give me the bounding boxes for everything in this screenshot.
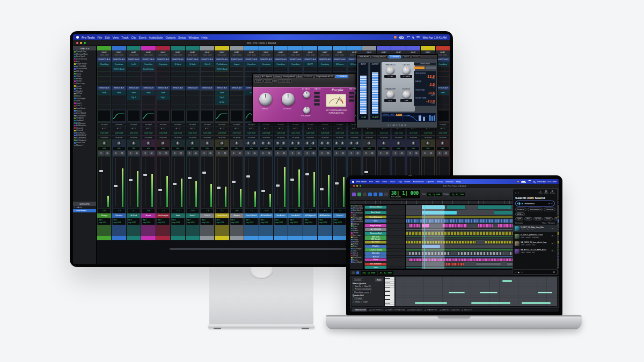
heat-post-button[interactable]	[119, 54, 123, 56]
output-path-selector[interactable]: A 1-2	[186, 127, 199, 131]
insert-slot[interactable]	[230, 77, 243, 81]
track-name-label[interactable]: A4MemKiss	[318, 213, 332, 218]
bypass-button[interactable]: BYPASS	[303, 75, 313, 78]
automation-mode-selector[interactable]: auto read	[392, 131, 405, 135]
menu-item-file[interactable]: File	[369, 180, 373, 183]
send-slot[interactable]	[171, 100, 184, 105]
solo-button[interactable]: S	[187, 151, 193, 156]
play-icon[interactable]: ▶	[518, 271, 519, 274]
mute-button[interactable]: M	[163, 151, 169, 156]
send-slot[interactable]	[142, 95, 155, 100]
insert-slot[interactable]	[333, 67, 346, 71]
fader-cap[interactable]	[335, 182, 339, 184]
send-slot[interactable]	[436, 105, 449, 109]
bottom-tab-elastic-audio[interactable]: ELASTIC AUDIO	[407, 309, 422, 311]
heat-post-button[interactable]	[296, 54, 300, 56]
insert-slot[interactable]: Overdrive	[436, 62, 449, 67]
insert-slot[interactable]: Import	[230, 62, 243, 67]
fader-area[interactable]	[142, 157, 154, 208]
insert-slot[interactable]	[98, 67, 111, 71]
insert-slot[interactable]	[215, 77, 228, 81]
insert-slot[interactable]	[157, 67, 170, 71]
tag-chip-bass[interactable]: bass	[524, 217, 532, 220]
group-assign-selector[interactable]: no group	[363, 136, 376, 139]
pan-knob[interactable]	[440, 141, 445, 146]
send-slot[interactable]: Dly 1	[127, 95, 140, 100]
menu-clock[interactable]: Wed Apr 1 8:41 AM	[422, 36, 447, 39]
solo-button[interactable]: S	[319, 151, 325, 156]
automation-mode-selector[interactable]: auto read	[436, 131, 449, 135]
swing-checkbox[interactable]: Swing	[355, 301, 360, 303]
group-assign-selector[interactable]: no group	[348, 136, 361, 139]
output-path-selector[interactable]: A 1-2	[289, 127, 302, 131]
mute-button[interactable]: M	[266, 151, 272, 156]
pan-knob[interactable]	[382, 141, 386, 146]
insert-slot[interactable]	[98, 72, 111, 76]
heat-pre-button[interactable]	[291, 54, 295, 56]
menu-item-clip[interactable]: Clip	[398, 180, 401, 183]
track-header-a1-piano[interactable]: A1 Piano	[364, 240, 405, 245]
nudge-value[interactable]: 0| 0| 240	[450, 193, 465, 196]
send-slot[interactable]	[171, 91, 184, 95]
menu-item-view[interactable]: View	[112, 36, 119, 39]
output-path-selector[interactable]: A 1-2	[318, 127, 331, 131]
operation-selector[interactable]: Quantize ▾	[353, 278, 363, 281]
library-tab[interactable]: ▤Library	[544, 190, 548, 194]
output-path-selector[interactable]: A 1-2	[245, 127, 258, 131]
menu-item-window[interactable]: Window	[188, 36, 199, 39]
menu-item-event[interactable]: Event	[405, 180, 411, 183]
track-header-beat-synth[interactable]: Beat Synth	[364, 210, 405, 216]
insert-slot[interactable]	[230, 82, 243, 86]
next-icon[interactable]: »	[521, 271, 522, 274]
input-path-selector[interactable]: no input	[142, 123, 155, 127]
insert-slot[interactable]	[304, 67, 317, 71]
track-name-label[interactable]: VocAisle2	[288, 213, 302, 218]
send-slot[interactable]	[186, 105, 199, 109]
send-slot[interactable]: Dly 1	[215, 95, 228, 100]
heat-post-button[interactable]	[134, 54, 138, 56]
bottom-tab-transport[interactable]: TRANSPORT	[425, 309, 437, 311]
fader-cap[interactable]	[143, 174, 147, 176]
heat-post-button[interactable]	[163, 54, 167, 56]
mixer-strip-verb-2[interactable]: HEATINSERTS A-ED-VerbSENDS A-Eno inputA …	[186, 46, 200, 240]
fader-cap[interactable]	[364, 171, 368, 173]
zoom-tool-button[interactable]	[363, 193, 367, 196]
solo-button[interactable]: S	[260, 151, 266, 156]
automation-mode-selector[interactable]: auto read	[112, 131, 125, 135]
menu-item-file[interactable]: File	[97, 36, 102, 39]
solo-button[interactable]: S	[157, 151, 163, 156]
tracks-panel-header[interactable]: TRACKS	[73, 46, 96, 50]
group-assign-selector[interactable]: no group	[377, 136, 390, 139]
compare-button[interactable]: COMPARE	[389, 55, 401, 58]
track-name-label[interactable]: Chorus1	[333, 213, 347, 218]
timeline-selection[interactable]	[422, 205, 444, 269]
track-name-chip[interactable]: Kick	[365, 219, 386, 222]
insert-slot[interactable]	[98, 82, 111, 86]
track-name-label[interactable]: Verb	[171, 213, 185, 218]
solo-button[interactable]: S	[98, 151, 104, 156]
groups-panel-header[interactable]: GROUPS	[73, 202, 96, 206]
insert-slot[interactable]	[274, 67, 287, 71]
heat-post-button[interactable]	[149, 54, 153, 56]
send-slot[interactable]	[201, 91, 214, 95]
pan-knob[interactable]	[275, 141, 280, 146]
back-button[interactable]: ‹	[515, 191, 516, 194]
mute-button[interactable]: M	[428, 151, 434, 156]
previous-icon[interactable]: «	[515, 271, 516, 274]
apple-logo-icon[interactable]	[76, 36, 79, 39]
fader-cap[interactable]	[202, 172, 206, 174]
fader-cap[interactable]	[129, 179, 133, 181]
result-tag[interactable]: female	[526, 252, 531, 253]
ratio-button[interactable]	[314, 99, 320, 102]
tag-chip-synth[interactable]: synth	[515, 217, 523, 220]
heat-post-button[interactable]	[178, 54, 182, 56]
group-assign-selector[interactable]: no group	[157, 136, 170, 139]
pan-knob[interactable]	[367, 141, 371, 146]
heat-pre-button[interactable]	[306, 54, 310, 56]
fader-area[interactable]	[289, 157, 301, 208]
mixer-strip-lead-vocal[interactable]: HEATINSERTS A-EProSubharmEQ3 7-BandSENDS…	[215, 46, 229, 240]
menu-item-edit[interactable]: Edit	[105, 36, 109, 39]
heat-post-button[interactable]	[193, 54, 197, 56]
insert-slot[interactable]: EChorus	[333, 62, 346, 67]
preset-selector[interactable]: factory default	[281, 75, 297, 78]
